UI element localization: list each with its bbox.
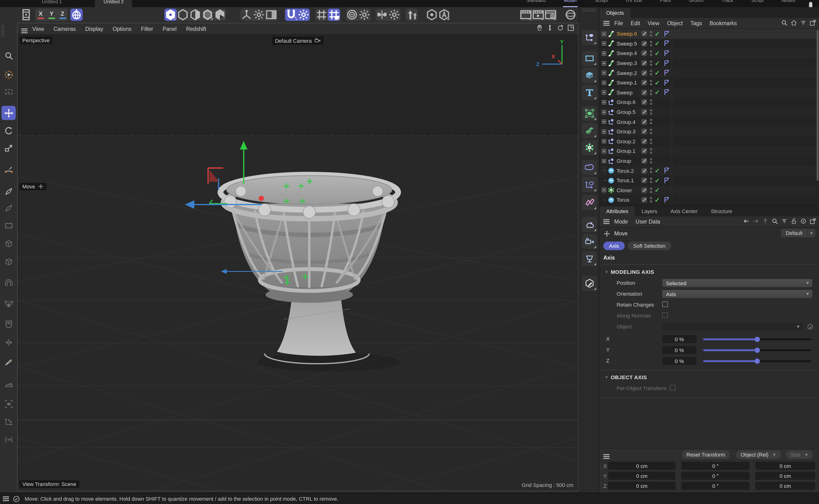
object-row-torus[interactable]: Torus ✓ [599, 195, 819, 205]
attributes-tab[interactable]: Layers [635, 206, 664, 216]
modeling-axis-header[interactable]: ˅ MODELING AXIS [599, 265, 819, 275]
gear-icon[interactable] [253, 9, 265, 21]
layout-tab[interactable]: Nodes [781, 0, 796, 6]
object-row-partial[interactable]: ✓ [599, 205, 819, 205]
object-type-icon[interactable] [607, 50, 615, 57]
objects-scrollbar[interactable] [817, 30, 819, 181]
object-name[interactable]: Torus.1 [617, 177, 634, 183]
content-browser-icon[interactable] [20, 9, 32, 21]
object-name[interactable]: Group.2 [617, 139, 636, 144]
enable-check-icon[interactable]: ✓ [655, 40, 660, 47]
layer-toggle-icon[interactable] [641, 31, 647, 37]
attributes-menu-item[interactable]: User Data [636, 219, 660, 224]
home-icon[interactable] [791, 19, 797, 26]
enable-check-icon[interactable]: ✓ [655, 60, 660, 67]
track-icon[interactable] [800, 218, 807, 224]
cube-primitive-button[interactable] [1, 236, 16, 251]
axis-lock-y[interactable]: Y [46, 9, 57, 21]
menu-hamburger-icon[interactable] [603, 21, 609, 22]
viewport-menu-item[interactable]: Display [85, 26, 103, 32]
layer-toggle-icon[interactable] [641, 80, 647, 86]
align-tool-button[interactable] [1, 432, 16, 447]
objects-menu-item[interactable]: Object [667, 20, 683, 26]
visibility-dots-icon[interactable] [650, 177, 652, 180]
object-name[interactable]: Group.5 [617, 109, 636, 115]
objects-menu-item[interactable]: Tags [691, 20, 702, 26]
shading-mode-cutaway-icon[interactable] [214, 9, 226, 21]
object-type-icon[interactable] [607, 30, 615, 37]
expander-plus-icon[interactable] [602, 42, 606, 46]
expander-plus-icon[interactable] [602, 81, 606, 85]
object-type-icon[interactable] [607, 187, 615, 194]
visibility-dots-icon[interactable] [650, 129, 652, 131]
layer-toggle-icon[interactable] [641, 70, 647, 76]
axis-lock-z[interactable]: Z [57, 9, 68, 21]
axis-lock-x[interactable]: X [35, 9, 46, 21]
coordinate-mode-dropdown[interactable]: Object (Rel)▼ [736, 450, 781, 459]
move-tool-button[interactable] [1, 106, 16, 120]
attributes-tab[interactable]: Axis Center [664, 206, 704, 216]
layer-toggle-icon[interactable] [641, 177, 647, 183]
object-row-sweep5[interactable]: Sweep.5 ✓ [599, 39, 819, 48]
center-target-icon[interactable] [346, 9, 358, 21]
iron-tool-button[interactable] [1, 377, 16, 392]
marquee-selection-tool-button[interactable] [1, 84, 16, 99]
menu-hamburger-icon[interactable] [603, 454, 609, 455]
render-picture-viewer-icon[interactable] [532, 9, 544, 21]
add-text-button[interactable] [582, 85, 597, 100]
object-row-sweep1[interactable]: Sweep.1 ✓ [599, 78, 819, 88]
layer-toggle-icon[interactable] [641, 197, 647, 203]
enable-check-icon[interactable]: ✓ [655, 196, 660, 204]
add-null-button[interactable] [582, 30, 597, 45]
object-row-group[interactable]: Group ✓ [599, 156, 819, 166]
layout-tab[interactable]: Track [721, 0, 734, 6]
visibility-dots-icon[interactable] [650, 99, 652, 102]
visibility-dots-icon[interactable] [650, 80, 652, 82]
x-percent-slider[interactable] [703, 338, 811, 340]
expander-plus-icon[interactable] [602, 120, 606, 124]
visibility-dots-icon[interactable] [650, 89, 652, 92]
expander-plus-icon[interactable] [602, 159, 606, 163]
object-name[interactable]: Group.4 [617, 119, 636, 125]
add-instance-button[interactable] [582, 177, 597, 192]
object-row-group5[interactable]: Group.5 ✓ [599, 107, 819, 117]
object-name[interactable]: Cloner [617, 187, 632, 193]
layer-toggle-icon[interactable] [641, 158, 647, 164]
expander-plus-icon[interactable] [602, 149, 606, 153]
layer-toggle-icon[interactable] [641, 99, 647, 105]
retain-changes-checkbox[interactable] [662, 301, 668, 307]
rotation-field[interactable]: 0 ° [681, 482, 750, 490]
scale-field[interactable]: 0 cm [755, 472, 815, 480]
object-type-icon[interactable] [607, 79, 615, 86]
expander-plus-icon[interactable] [602, 139, 606, 144]
phong-tag-icon[interactable] [664, 70, 670, 76]
object-type-icon[interactable] [607, 40, 615, 47]
layer-toggle-icon[interactable] [641, 139, 647, 144]
object-link-field[interactable]: ▼ [662, 323, 803, 331]
gear-icon[interactable] [388, 9, 400, 21]
phong-tag-icon[interactable] [664, 197, 670, 203]
z-percent-slider[interactable] [703, 360, 811, 362]
object-type-icon[interactable] [607, 148, 615, 155]
layout-tab[interactable]: Script [750, 0, 764, 6]
object-name[interactable]: Group.6 [617, 99, 636, 105]
viewport-menu-item[interactable]: Redshift [186, 26, 206, 32]
object-name[interactable]: Sweep.5 [617, 41, 637, 47]
shading-mode-wire-icon[interactable] [177, 9, 189, 21]
ngon-hexagon-icon[interactable] [426, 9, 438, 21]
viewport-menu-item[interactable]: View [32, 26, 44, 32]
attributes-menu-item[interactable]: Mode [614, 219, 628, 224]
along-normals-checkbox[interactable] [662, 312, 668, 318]
object-type-icon[interactable] [607, 138, 615, 145]
add-plane-button[interactable] [582, 51, 597, 66]
view-label[interactable]: Perspective [19, 37, 52, 44]
spline-pen-tool-button[interactable] [1, 184, 16, 198]
axis-settings-icon[interactable] [241, 9, 253, 21]
object-name[interactable]: Torus [617, 197, 630, 203]
object-row-sweep4[interactable]: Sweep.4 ✓ [599, 48, 819, 58]
layout-tab[interactable]: UV Edit [625, 0, 643, 6]
enable-check-icon[interactable]: ✓ [655, 30, 660, 37]
dolly-icon[interactable] [546, 24, 553, 31]
enable-check-icon[interactable]: ✓ [655, 69, 660, 76]
viewport-menu-item[interactable]: Filter [141, 26, 153, 32]
